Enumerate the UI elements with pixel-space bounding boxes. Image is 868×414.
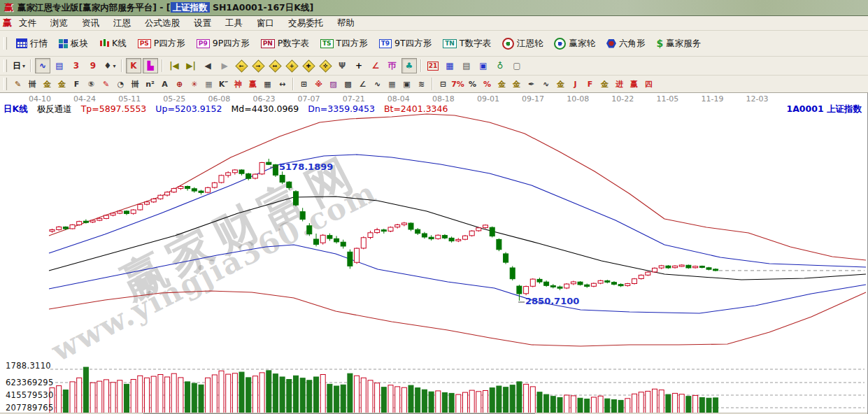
p-square-button[interactable]: PSP四方形 — [132, 33, 191, 54]
shen-tool-icon[interactable]: 神 — [232, 78, 245, 91]
zoom-out-all-icon[interactable]: + — [284, 58, 299, 73]
titlebar[interactable]: 赢 赢家江恩专业版[赢家内部服务平台] - [上证指数 SH1A0001-167… — [0, 0, 868, 16]
web-sync-icon[interactable]: ♁ — [492, 58, 508, 73]
zoom-reset-icon[interactable]: ✜ — [318, 58, 333, 73]
kline-chart-icon[interactable]: K — [126, 58, 141, 73]
zigzag-icon[interactable]: ∿ — [371, 78, 384, 91]
red-pen-icon[interactable]: ✎ — [99, 78, 113, 91]
bar-measure-icon[interactable]: ⊟ — [436, 78, 450, 91]
period-day-selector[interactable]: 日▾ — [11, 58, 27, 73]
red-fan-icon[interactable]: ※ — [312, 78, 325, 91]
menu-item-浏览[interactable]: 浏览 — [43, 17, 75, 29]
pct-line-icon[interactable]: % — [481, 78, 494, 91]
sectors-button[interactable]: 板块 — [53, 33, 94, 54]
pen-box-icon[interactable]: ▨ — [327, 78, 340, 91]
grid-filled-icon[interactable]: ▣ — [400, 78, 413, 91]
menu-item-交易委托[interactable]: 交易委托 — [281, 17, 330, 29]
winner-wheel-button[interactable]: 赢家轮 — [548, 33, 601, 54]
menu-item-窗口[interactable]: 窗口 — [250, 17, 281, 29]
pen-filter-icon[interactable]: ✒ — [525, 78, 538, 91]
ying-angle-icon[interactable]: 赢 — [627, 78, 641, 91]
volume-histogram-icon[interactable]: ▙ — [143, 58, 158, 73]
spiral5-icon[interactable]: ⑤ — [85, 78, 98, 91]
jin-angle-icon[interactable]: 进 — [613, 78, 626, 91]
grid3-icon[interactable]: ▦ — [385, 78, 399, 91]
menu-item-设置[interactable]: 设置 — [187, 17, 218, 29]
mirror-a-icon[interactable]: A — [158, 78, 171, 91]
circle-cross-icon[interactable]: ⊕ — [173, 78, 186, 91]
toolbar-grip[interactable] — [3, 37, 7, 50]
zoom-in-x-icon[interactable]: → — [250, 58, 266, 73]
zoom-fit-x-icon[interactable]: ↔ — [267, 58, 283, 73]
p9-square-button[interactable]: P99P四方形 — [191, 33, 255, 54]
time-cycle-icon[interactable]: ◔ — [114, 78, 127, 91]
f-angle-icon[interactable]: F — [583, 78, 597, 91]
ying-tool-icon[interactable]: 赢 — [246, 78, 259, 91]
grid-number-icon[interactable]: ▦ — [261, 78, 274, 91]
save-icon[interactable]: ▣ — [476, 58, 491, 73]
hand-drag-icon[interactable]: Ψ — [334, 58, 350, 73]
nine-period-kline-icon[interactable]: 9 — [85, 58, 101, 73]
gann-box-icon[interactable]: 帀 — [385, 58, 400, 73]
si-angle-icon[interactable]: 四 — [642, 78, 655, 91]
angle-measure-icon[interactable]: ∠ — [368, 58, 383, 73]
gold-gate2-icon[interactable]: 金 — [55, 78, 69, 91]
memo-icon[interactable]: ▤ — [459, 58, 474, 73]
menu-item-帮助[interactable]: 帮助 — [330, 17, 362, 29]
j-angle-icon[interactable]: J — [569, 78, 582, 91]
menu-item-资讯[interactable]: 资讯 — [75, 17, 106, 29]
gold-angle-icon[interactable]: 金 — [598, 78, 611, 91]
k-quote-icon[interactable]: K″ — [217, 78, 230, 91]
angle-pens-icon[interactable]: ∠ — [356, 78, 369, 91]
t-number-table-button[interactable]: TNT数字表 — [437, 33, 497, 54]
indicator-name[interactable]: 极反通道 — [37, 104, 72, 115]
menu-item-工具[interactable]: 工具 — [218, 17, 250, 29]
fence2-icon[interactable]: 卌 — [129, 78, 142, 91]
three-period-kline-icon[interactable]: 3 — [69, 58, 84, 73]
calculator-icon[interactable]: ▦ — [442, 58, 457, 73]
gold-circle-icon[interactable]: 金 — [495, 78, 508, 91]
winner-service-button[interactable]: $赢家服务 — [650, 33, 706, 54]
t9-square-button[interactable]: T99T四方形 — [373, 33, 438, 54]
kline-button[interactable]: K线 — [94, 33, 132, 54]
mindmap-icon[interactable]: ♣ — [401, 58, 417, 73]
first-page-icon[interactable]: |◀ — [166, 58, 182, 73]
chart-canvas[interactable] — [0, 93, 868, 414]
pct7-icon[interactable]: 7% — [451, 78, 464, 91]
wave-a-icon[interactable]: ∿ — [539, 78, 553, 91]
calendar-icon[interactable]: 21 — [425, 58, 441, 73]
slash-lines-icon[interactable]: ≋ — [415, 78, 428, 91]
gold-gate-icon[interactable]: 金 — [41, 78, 54, 91]
zoom-in-all-icon[interactable]: ✚ — [301, 58, 316, 73]
period-label[interactable]: 日K线 — [3, 104, 28, 115]
next-page-icon[interactable]: ▶ — [217, 58, 232, 73]
menu-item-江恩[interactable]: 江恩 — [106, 17, 138, 29]
gold-slash-icon[interactable]: 金 — [554, 78, 567, 91]
hexagon-button[interactable]: 六角形 — [601, 33, 651, 54]
star-burst-icon[interactable]: ✳ — [187, 78, 201, 91]
pct-icon[interactable]: % — [466, 78, 479, 91]
box-lines-icon[interactable]: ▩ — [341, 78, 355, 91]
grid-box-icon[interactable]: ▦ — [202, 78, 215, 91]
symbol-label[interactable]: 1A0001 上证指数 — [786, 104, 862, 115]
compass-pen-icon[interactable]: ✎ — [11, 78, 24, 91]
flag-grid-icon[interactable]: ⊞ — [297, 78, 311, 91]
prev-page-icon[interactable]: ◀ — [200, 58, 215, 73]
menu-item-文件[interactable]: 文件 — [12, 17, 43, 29]
toolbar-grip[interactable] — [3, 59, 7, 72]
width-arrows-icon[interactable]: ↔ — [276, 78, 289, 91]
zoom-out-x-icon[interactable]: ← — [234, 58, 249, 73]
p-number-table-button[interactable]: PNP数字表 — [255, 33, 315, 54]
t-square-button[interactable]: TST四方形 — [315, 33, 373, 54]
fence-icon[interactable]: 卌 — [26, 78, 39, 91]
candle-style-selector[interactable]: ♦▾ — [102, 58, 118, 73]
gold-line-icon[interactable]: 金 — [510, 78, 523, 91]
menu-item-公式选股[interactable]: 公式选股 — [138, 17, 187, 29]
remote-pc-icon[interactable]: ▢ — [509, 58, 525, 73]
f-gate-icon[interactable]: F — [70, 78, 83, 91]
toolbar-grip[interactable] — [3, 78, 7, 90]
last-page-icon[interactable]: ▶| — [183, 58, 199, 73]
info-document-icon[interactable]: ▤ — [52, 58, 67, 73]
crosshair-icon[interactable]: + — [351, 58, 367, 73]
timeshare-chart-icon[interactable]: ∿ — [35, 58, 50, 73]
